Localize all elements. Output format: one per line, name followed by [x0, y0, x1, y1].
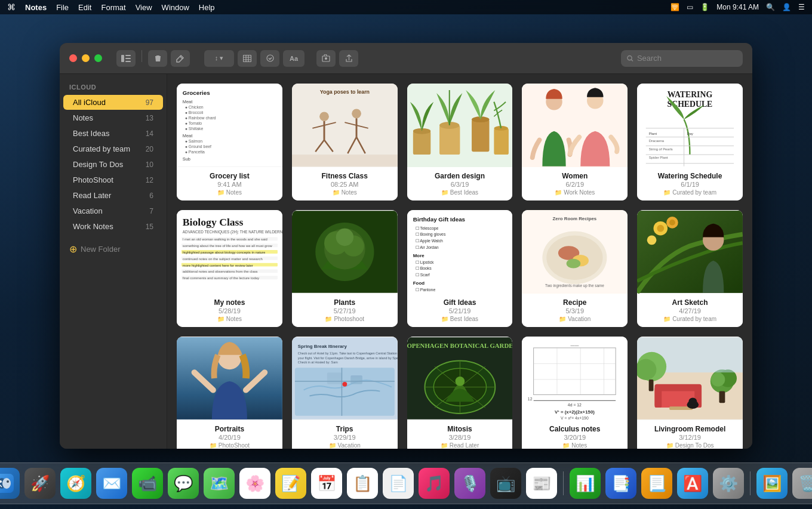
dock-pages[interactable]: 📃	[641, 468, 672, 499]
folder-icon: 📁	[663, 189, 670, 196]
compose-button[interactable]	[171, 50, 190, 67]
dock-screenshot[interactable]: 🖼️	[756, 468, 788, 499]
sidebar-item-read-later[interactable]: Read Later 6	[63, 188, 163, 203]
note-card-trips[interactable]: Spring Break Itinerary Check out of Hote…	[292, 337, 398, 449]
user-avatar[interactable]: 👤	[782, 3, 791, 11]
menu-format[interactable]: Format	[101, 3, 125, 12]
dock-mail[interactable]: ✉️	[96, 468, 127, 499]
sort-button[interactable]: ↕ ▾	[204, 50, 234, 67]
dock-maps[interactable]: 🗺️	[204, 468, 235, 499]
delete-button[interactable]	[148, 50, 167, 67]
format-button[interactable]: Aa	[283, 50, 304, 67]
battery-icon[interactable]: 🔋	[700, 3, 709, 11]
svg-rect-161	[655, 387, 662, 408]
dock-appstore[interactable]: 🅰️	[677, 468, 708, 499]
search-input[interactable]	[637, 54, 737, 63]
fullscreen-button[interactable]	[94, 54, 102, 62]
svg-rect-129	[295, 368, 395, 416]
folder-icon: 📁	[325, 316, 332, 322]
menu-edit[interactable]: Edit	[78, 3, 91, 12]
svg-rect-2	[125, 58, 131, 59]
svg-text:——: ——	[571, 343, 579, 347]
svg-text:● Pancetta: ● Pancetta	[185, 150, 205, 154]
note-card-garden[interactable]: Garden design 6/3/19 📁 Best Ideas	[407, 84, 513, 200]
note-card-women[interactable]: Women 6/2/19 📁 Work Notes	[522, 84, 628, 200]
dock-notes[interactable]: 📝	[275, 468, 306, 499]
dock-reminders[interactable]: 📋	[347, 468, 378, 499]
svg-text:12: 12	[528, 397, 533, 401]
note-card-grocery[interactable]: Groceries Meat ● Chicken ● Broccoli ● Ra…	[177, 84, 282, 200]
svg-text:Zero Room Recipes: Zero Room Recipes	[553, 216, 597, 221]
dock-numbers[interactable]: 📊	[570, 468, 601, 499]
svg-text:Two ingredients make up the sa: Two ingredients make up the same	[545, 283, 604, 288]
menu-help[interactable]: Help	[199, 3, 215, 12]
sidebar-item-work-notes[interactable]: Work Notes 15	[63, 219, 163, 234]
minimize-button[interactable]	[82, 54, 90, 62]
folder-icon: 📁	[555, 189, 562, 196]
menu-view[interactable]: View	[136, 3, 152, 12]
folder-icon: 📁	[441, 442, 448, 449]
dock-messages[interactable]: 💬	[168, 468, 199, 499]
note-card-mynotes[interactable]: Biology Class ADVANCED TECHNIQUES (2H): …	[177, 210, 282, 327]
svg-rect-112	[637, 211, 743, 293]
sidebar-item-best-ideas[interactable]: Best Ideas 14	[63, 126, 163, 141]
search-bar[interactable]	[621, 50, 743, 67]
attach-button[interactable]	[316, 50, 336, 67]
note-card-art[interactable]: Art Sketch 4/27/19 📁 Curated by team	[637, 210, 743, 327]
note-card-watering[interactable]: WATERING SCHEDULE	[637, 84, 743, 200]
svg-text:Spider Plant: Spider Plant	[649, 156, 668, 159]
app-name[interactable]: Notes	[25, 3, 47, 12]
svg-point-34	[352, 109, 361, 118]
svg-point-12	[628, 55, 632, 60]
close-button[interactable]	[69, 54, 77, 62]
folder-icon: 📁	[217, 316, 224, 322]
dock-trash[interactable]: 🗑️	[792, 468, 812, 499]
svg-text:4d = 12: 4d = 12	[568, 403, 582, 407]
spotlight-icon[interactable]: 🔍	[766, 3, 775, 11]
folder-icon: 📁	[559, 316, 566, 322]
dock-safari[interactable]: 🧭	[60, 468, 91, 499]
checklist-button[interactable]	[260, 50, 279, 67]
wifi-icon[interactable]: 🛜	[670, 3, 679, 11]
apple-menu[interactable]: ⌘	[7, 2, 16, 12]
airplay-icon[interactable]: ▭	[687, 3, 693, 11]
note-card-plants[interactable]: Plants 5/27/19 📁 Photoshoot	[292, 210, 398, 327]
dock-photos[interactable]: 🌸	[239, 468, 270, 499]
sidebar-toggle-button[interactable]	[116, 50, 136, 67]
svg-text:Check out of Hotel by 11pm. Ta: Check out of Hotel by 11pm. Take taxi to…	[298, 351, 398, 355]
svg-text:ADVANCED TECHNIQUES (2H): THE : ADVANCED TECHNIQUES (2H): THE NATURE WIL…	[183, 230, 282, 235]
dock-systemprefs[interactable]: ⚙️	[713, 468, 744, 499]
sidebar-item-design-to-dos[interactable]: Design To Dos 10	[63, 157, 163, 172]
dock-calendar[interactable]: 📅	[311, 468, 342, 499]
table-button[interactable]	[238, 50, 257, 67]
menu-file[interactable]: File	[56, 3, 69, 12]
sidebar-item-all-icloud[interactable]: All iCloud 97	[63, 95, 163, 110]
svg-point-114	[657, 225, 665, 232]
menu-window[interactable]: Window	[162, 3, 189, 12]
note-card-fitness[interactable]: Yoga poses to learn	[292, 84, 398, 200]
new-folder-button[interactable]: ⊕ New Folder	[60, 239, 167, 260]
note-card-mitosis[interactable]: COPENHAGEN BOTANICAL GARDEN	[407, 337, 513, 449]
note-card-livingroom[interactable]: Livingroom Remodel 3/12/19 📁 Design To D…	[637, 337, 743, 449]
dock-facetime[interactable]: 📹	[132, 468, 163, 499]
dock-finder[interactable]	[0, 468, 20, 499]
dock-textedit[interactable]: 📄	[383, 468, 414, 499]
svg-text:☐ Lipstick: ☐ Lipstick	[415, 260, 433, 265]
svg-text:continued notes on the subject: continued notes on the subject matter an…	[183, 257, 263, 261]
dock-launchpad[interactable]: 🚀	[24, 468, 56, 499]
sidebar-item-photoshoot[interactable]: PhotoShoot 12	[63, 172, 163, 187]
control-center-icon[interactable]: ☰	[798, 3, 805, 11]
dock-keynote[interactable]: 📑	[605, 468, 636, 499]
share-button[interactable]	[339, 50, 358, 67]
note-card-calculus[interactable]: —— 4d = 12 12 V¹ = (x+2)(2x+150)	[522, 337, 628, 449]
note-card-recipe[interactable]: Zero Room Recipes Two ingredients make u…	[522, 210, 628, 327]
dock-news[interactable]: 📰	[526, 468, 557, 499]
sidebar-item-curated-by-team[interactable]: Curated by team 20	[63, 141, 163, 156]
note-card-portraits[interactable]: Portraits 4/20/19 📁 PhotoShoot	[177, 337, 282, 449]
sidebar-item-vacation[interactable]: Vacation 7	[63, 203, 163, 218]
dock-music[interactable]: 🎵	[419, 468, 450, 499]
dock-appletv[interactable]: 📺	[490, 468, 521, 499]
dock-podcasts[interactable]: 🎙️	[454, 468, 485, 499]
note-card-gift[interactable]: Birthday Gift Ideas ☐ Telescope ☐ Boxing…	[407, 210, 513, 327]
sidebar-item-notes[interactable]: Notes 13	[63, 110, 163, 125]
